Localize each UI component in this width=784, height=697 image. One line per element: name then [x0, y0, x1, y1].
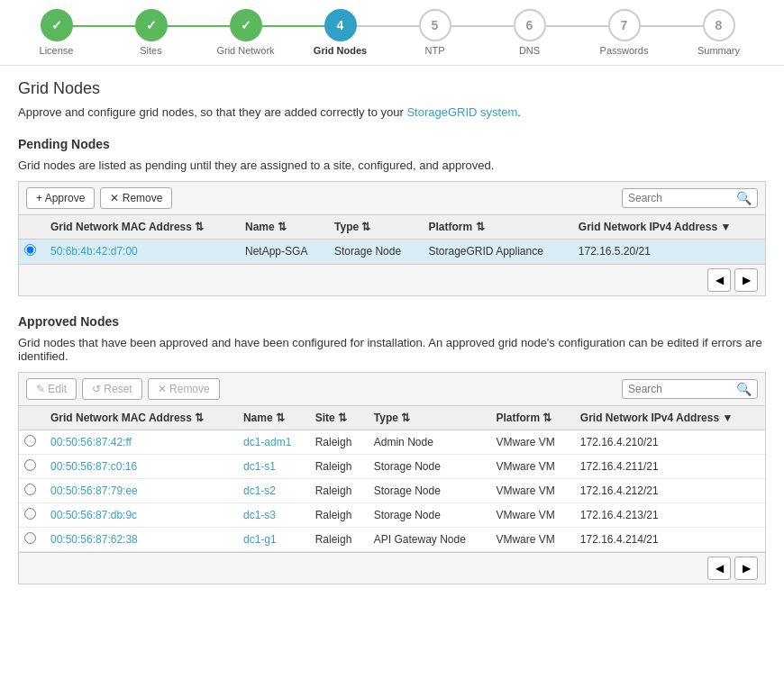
approved-table-row[interactable]: 00:50:56:87:c0:16 dc1-s1 Raleigh Storage…: [19, 455, 765, 479]
pending-platform-cell: StorageGRID Appliance: [421, 240, 570, 264]
pending-col-type: Type ⇅: [327, 215, 421, 240]
approved-name-link[interactable]: dc1-g1: [243, 533, 277, 546]
pending-col-mac: Grid Network MAC Address ⇅: [43, 215, 238, 240]
approved-name-link[interactable]: dc1-adm1: [243, 436, 291, 448]
pending-row-radio[interactable]: [24, 244, 36, 256]
step-circle-4: 5: [419, 9, 451, 41]
approved-row-radio[interactable]: [24, 532, 36, 544]
approved-site-cell: Raleigh: [308, 430, 367, 455]
approved-col-ipv4: Grid Network IPv4 Address ▼: [573, 406, 765, 430]
approved-mac-link[interactable]: 00:50:56:87:c0:16: [50, 460, 137, 473]
pending-prev-button[interactable]: ◀: [707, 268, 731, 292]
pending-search-icon: 🔍: [736, 191, 752, 205]
pending-next-button[interactable]: ▶: [734, 268, 758, 292]
step-label-7: Summary: [697, 45, 740, 56]
approved-radio-cell[interactable]: [19, 503, 43, 528]
approved-radio-cell[interactable]: [19, 528, 43, 552]
approved-name-cell: dc1-s2: [236, 479, 308, 503]
storagegrid-link[interactable]: StorageGRID system: [406, 105, 517, 119]
step-dns[interactable]: 6DNS: [482, 9, 577, 56]
approved-row-radio[interactable]: [24, 459, 36, 471]
pending-search-box: 🔍: [622, 188, 758, 208]
sort-icon: ⇅: [276, 412, 285, 424]
approved-radio-cell[interactable]: [19, 479, 43, 503]
page-description: Approve and configure grid nodes, so tha…: [18, 105, 766, 119]
sort-down-icon: ▼: [720, 221, 731, 233]
approved-site-cell: Raleigh: [308, 479, 367, 503]
step-sites[interactable]: ✓Sites: [104, 9, 198, 56]
pending-col-platform: Platform ⇅: [421, 215, 570, 240]
approved-mac-link[interactable]: 00:50:56:87:db:9c: [50, 509, 137, 521]
approved-radio-cell[interactable]: [19, 430, 43, 455]
approved-row-radio[interactable]: [24, 484, 36, 495]
step-label-1: Sites: [140, 45, 161, 56]
step-license[interactable]: ✓License: [9, 9, 104, 56]
step-passwords[interactable]: 7Passwords: [577, 9, 671, 56]
pending-radio-cell[interactable]: [19, 240, 43, 264]
approved-platform-cell: VMware VM: [488, 479, 572, 503]
approved-name-link[interactable]: dc1-s1: [243, 460, 276, 473]
step-grid-network[interactable]: ✓Grid Network: [198, 9, 293, 56]
approved-mac-cell: 00:50:56:87:c0:16: [43, 455, 236, 479]
sort-icon: ⇅: [476, 221, 485, 233]
step-circle-5: 6: [514, 9, 546, 41]
step-circle-6: 7: [608, 9, 641, 41]
approved-row-radio[interactable]: [24, 435, 36, 447]
approved-table-row[interactable]: 00:50:56:87:62:38 dc1-g1 Raleigh API Gat…: [19, 528, 765, 552]
approved-radio-cell[interactable]: [19, 455, 43, 479]
pending-col-name: Name ⇅: [238, 215, 327, 240]
approved-name-cell: dc1-g1: [236, 528, 308, 552]
approved-site-cell: Raleigh: [308, 503, 367, 528]
page-title: Grid Nodes: [18, 79, 766, 98]
approved-col-site: Site ⇅: [308, 406, 367, 430]
approved-reset-button[interactable]: ↺ Reset: [82, 378, 142, 400]
step-label-3: Grid Nodes: [314, 45, 367, 56]
approved-search-input[interactable]: [628, 383, 736, 395]
pending-remove-button[interactable]: ✕ Remove: [100, 187, 172, 209]
sort-icon: ⇅: [361, 221, 370, 233]
step-label-2: Grid Network: [216, 45, 274, 56]
approved-table-row[interactable]: 00:50:56:87:42:ff dc1-adm1 Raleigh Admin…: [19, 430, 765, 455]
approved-prev-button[interactable]: ◀: [707, 557, 731, 580]
approved-table-row[interactable]: 00:50:56:87:db:9c dc1-s3 Raleigh Storage…: [19, 503, 765, 528]
approved-ipv4-cell: 172.16.4.214/21: [573, 528, 765, 552]
approved-table-row[interactable]: 00:50:56:87:79:ee dc1-s2 Raleigh Storage…: [19, 479, 765, 503]
step-summary[interactable]: 8Summary: [671, 9, 766, 56]
pending-approve-button[interactable]: + Approve: [26, 187, 95, 209]
approved-col-radio: [19, 406, 43, 430]
approved-remove-button[interactable]: ✕ Remove: [148, 378, 220, 400]
approved-mac-cell: 00:50:56:87:79:ee: [43, 479, 236, 503]
approved-col-mac: Grid Network MAC Address ⇅: [43, 406, 236, 430]
approved-table-container: ✎ Edit ↺ Reset ✕ Remove 🔍 Grid Network M…: [18, 372, 766, 584]
approved-section-title: Approved Nodes: [18, 314, 766, 329]
approved-next-button[interactable]: ▶: [734, 557, 758, 580]
approved-mac-link[interactable]: 00:50:56:87:62:38: [50, 533, 138, 546]
approved-mac-link[interactable]: 00:50:56:87:42:ff: [50, 436, 132, 448]
pending-mac-link[interactable]: 50:6b:4b:42:d7:00: [50, 245, 138, 258]
pending-table-header: Grid Network MAC Address ⇅ Name ⇅ Type ⇅…: [19, 215, 765, 240]
approved-ipv4-cell: 172.16.4.213/21: [573, 503, 765, 528]
approved-mac-link[interactable]: 00:50:56:87:79:ee: [50, 484, 138, 497]
sort-icon: ⇅: [542, 412, 552, 424]
approved-type-cell: Storage Node: [367, 503, 489, 528]
pending-search-input[interactable]: [628, 192, 736, 204]
approved-section-desc: Grid nodes that have been approved and h…: [18, 336, 766, 363]
approved-platform-cell: VMware VM: [488, 528, 572, 552]
approved-name-link[interactable]: dc1-s2: [243, 484, 276, 497]
step-grid-nodes[interactable]: 4Grid Nodes: [293, 9, 387, 56]
approved-type-cell: API Gateway Node: [367, 528, 489, 552]
approved-type-cell: Admin Node: [367, 430, 489, 455]
step-label-6: Passwords: [600, 45, 649, 56]
step-ntp[interactable]: 5NTP: [387, 9, 482, 56]
pending-table-row[interactable]: 50:6b:4b:42:d7:00 NetApp-SGA Storage Nod…: [19, 240, 765, 264]
approved-site-cell: Raleigh: [308, 528, 367, 552]
approved-edit-button[interactable]: ✎ Edit: [26, 378, 77, 400]
approved-ipv4-cell: 172.16.4.210/21: [573, 430, 765, 455]
approved-row-radio[interactable]: [24, 508, 36, 520]
sort-icon: ⇅: [401, 412, 410, 424]
approved-name-link[interactable]: dc1-s3: [243, 509, 276, 521]
approved-ipv4-cell: 172.16.4.211/21: [573, 455, 765, 479]
approved-ipv4-cell: 172.16.4.212/21: [573, 479, 765, 503]
sort-icon: ⇅: [278, 221, 287, 233]
approved-type-cell: Storage Node: [367, 479, 489, 503]
